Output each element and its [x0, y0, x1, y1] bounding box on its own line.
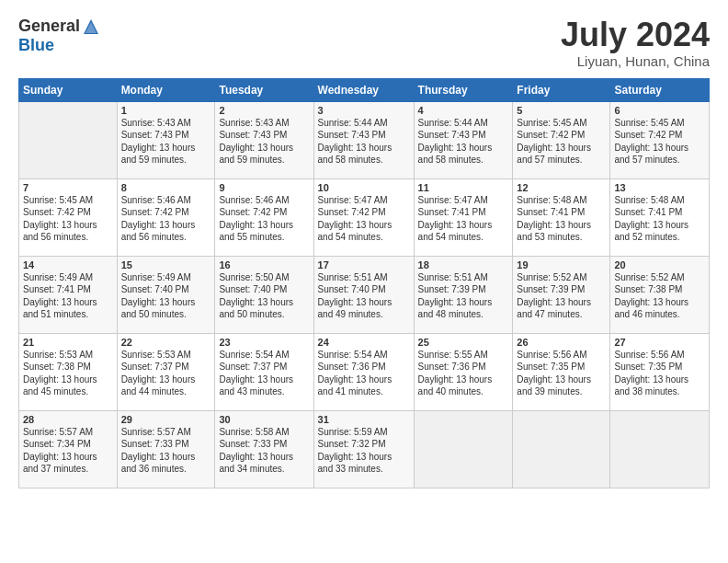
calendar-cell: 27Sunrise: 5:56 AM Sunset: 7:35 PM Dayli…	[610, 333, 710, 410]
calendar-cell: 13Sunrise: 5:48 AM Sunset: 7:41 PM Dayli…	[610, 178, 710, 256]
day-number: 31	[318, 414, 410, 425]
calendar-week-2: 7Sunrise: 5:45 AM Sunset: 7:42 PM Daylig…	[19, 178, 710, 256]
day-number: 7	[23, 182, 113, 193]
calendar-cell: 12Sunrise: 5:48 AM Sunset: 7:41 PM Dayli…	[513, 178, 610, 256]
day-info: Sunrise: 5:53 AM Sunset: 7:38 PM Dayligh…	[23, 349, 113, 398]
calendar-week-4: 21Sunrise: 5:53 AM Sunset: 7:38 PM Dayli…	[19, 333, 710, 410]
day-number: 16	[219, 259, 309, 270]
header: General Blue July 2024 Liyuan, Hunan, Ch…	[18, 17, 710, 69]
calendar-cell: 25Sunrise: 5:55 AM Sunset: 7:36 PM Dayli…	[414, 333, 513, 410]
day-info: Sunrise: 5:45 AM Sunset: 7:42 PM Dayligh…	[517, 117, 606, 167]
day-number: 28	[23, 414, 113, 425]
calendar-cell: 8Sunrise: 5:46 AM Sunset: 7:42 PM Daylig…	[117, 178, 215, 256]
day-info: Sunrise: 5:46 AM Sunset: 7:42 PM Dayligh…	[219, 194, 309, 244]
day-info: Sunrise: 5:52 AM Sunset: 7:38 PM Dayligh…	[614, 271, 705, 321]
calendar-cell	[513, 410, 610, 488]
day-info: Sunrise: 5:53 AM Sunset: 7:37 PM Dayligh…	[121, 349, 211, 398]
day-info: Sunrise: 5:55 AM Sunset: 7:36 PM Dayligh…	[418, 349, 509, 398]
logo-blue-text: Blue	[18, 36, 54, 55]
day-number: 23	[219, 337, 309, 348]
day-info: Sunrise: 5:58 AM Sunset: 7:33 PM Dayligh…	[219, 426, 309, 476]
day-info: Sunrise: 5:56 AM Sunset: 7:35 PM Dayligh…	[614, 349, 705, 398]
calendar-cell: 1Sunrise: 5:43 AM Sunset: 7:43 PM Daylig…	[117, 101, 215, 178]
day-number: 25	[418, 337, 509, 348]
calendar-cell: 23Sunrise: 5:54 AM Sunset: 7:37 PM Dayli…	[215, 333, 313, 410]
day-number: 8	[121, 182, 211, 193]
calendar-cell: 10Sunrise: 5:47 AM Sunset: 7:42 PM Dayli…	[313, 178, 414, 256]
calendar-week-3: 14Sunrise: 5:49 AM Sunset: 7:41 PM Dayli…	[19, 256, 710, 333]
calendar-cell: 18Sunrise: 5:51 AM Sunset: 7:39 PM Dayli…	[414, 256, 513, 333]
calendar-cell: 9Sunrise: 5:46 AM Sunset: 7:42 PM Daylig…	[215, 178, 313, 256]
calendar-cell: 29Sunrise: 5:57 AM Sunset: 7:33 PM Dayli…	[117, 410, 215, 488]
day-info: Sunrise: 5:51 AM Sunset: 7:40 PM Dayligh…	[318, 271, 410, 321]
calendar-cell: 2Sunrise: 5:43 AM Sunset: 7:43 PM Daylig…	[215, 101, 313, 178]
calendar-table: Sunday Monday Tuesday Wednesday Thursday…	[18, 78, 710, 488]
calendar-page: General Blue July 2024 Liyuan, Hunan, Ch…	[0, 0, 728, 563]
day-info: Sunrise: 5:57 AM Sunset: 7:33 PM Dayligh…	[121, 426, 211, 476]
day-info: Sunrise: 5:47 AM Sunset: 7:42 PM Dayligh…	[318, 194, 410, 244]
calendar-cell: 17Sunrise: 5:51 AM Sunset: 7:40 PM Dayli…	[313, 256, 414, 333]
calendar-cell: 7Sunrise: 5:45 AM Sunset: 7:42 PM Daylig…	[19, 178, 118, 256]
day-info: Sunrise: 5:44 AM Sunset: 7:43 PM Dayligh…	[318, 117, 410, 167]
day-info: Sunrise: 5:46 AM Sunset: 7:42 PM Dayligh…	[121, 194, 211, 244]
calendar-cell: 21Sunrise: 5:53 AM Sunset: 7:38 PM Dayli…	[19, 333, 118, 410]
day-number: 20	[614, 259, 705, 270]
day-info: Sunrise: 5:50 AM Sunset: 7:40 PM Dayligh…	[219, 271, 309, 321]
col-monday: Monday	[117, 78, 215, 101]
col-wednesday: Wednesday	[313, 78, 414, 101]
day-number: 26	[517, 337, 606, 348]
day-number: 4	[418, 105, 509, 116]
day-number: 29	[121, 414, 211, 425]
calendar-week-5: 28Sunrise: 5:57 AM Sunset: 7:34 PM Dayli…	[19, 410, 710, 488]
day-number: 3	[318, 105, 410, 116]
day-number: 24	[318, 337, 410, 348]
day-info: Sunrise: 5:51 AM Sunset: 7:39 PM Dayligh…	[418, 271, 509, 321]
day-info: Sunrise: 5:59 AM Sunset: 7:32 PM Dayligh…	[318, 426, 410, 476]
day-number: 12	[517, 182, 606, 193]
day-number: 10	[318, 182, 410, 193]
day-info: Sunrise: 5:52 AM Sunset: 7:39 PM Dayligh…	[517, 271, 606, 321]
calendar-cell: 3Sunrise: 5:44 AM Sunset: 7:43 PM Daylig…	[313, 101, 414, 178]
calendar-cell: 14Sunrise: 5:49 AM Sunset: 7:41 PM Dayli…	[19, 256, 118, 333]
day-number: 19	[517, 259, 606, 270]
col-tuesday: Tuesday	[215, 78, 313, 101]
location: Liyuan, Hunan, China	[561, 53, 710, 69]
day-number: 18	[418, 259, 509, 270]
calendar-cell: 20Sunrise: 5:52 AM Sunset: 7:38 PM Dayli…	[610, 256, 710, 333]
calendar-cell: 11Sunrise: 5:47 AM Sunset: 7:41 PM Dayli…	[414, 178, 513, 256]
calendar-cell: 19Sunrise: 5:52 AM Sunset: 7:39 PM Dayli…	[513, 256, 610, 333]
calendar-cell: 6Sunrise: 5:45 AM Sunset: 7:42 PM Daylig…	[610, 101, 710, 178]
day-info: Sunrise: 5:49 AM Sunset: 7:40 PM Dayligh…	[121, 271, 211, 321]
day-number: 27	[614, 337, 705, 348]
day-info: Sunrise: 5:54 AM Sunset: 7:36 PM Dayligh…	[318, 349, 410, 398]
day-info: Sunrise: 5:54 AM Sunset: 7:37 PM Dayligh…	[219, 349, 309, 398]
month-title: July 2024	[561, 17, 710, 53]
day-number: 30	[219, 414, 309, 425]
calendar-cell: 22Sunrise: 5:53 AM Sunset: 7:37 PM Dayli…	[117, 333, 215, 410]
calendar-cell: 26Sunrise: 5:56 AM Sunset: 7:35 PM Dayli…	[513, 333, 610, 410]
day-number: 21	[23, 337, 113, 348]
calendar-cell: 16Sunrise: 5:50 AM Sunset: 7:40 PM Dayli…	[215, 256, 313, 333]
calendar-cell	[19, 101, 118, 178]
title-block: July 2024 Liyuan, Hunan, China	[561, 17, 710, 69]
calendar-cell: 30Sunrise: 5:58 AM Sunset: 7:33 PM Dayli…	[215, 410, 313, 488]
day-info: Sunrise: 5:49 AM Sunset: 7:41 PM Dayligh…	[23, 271, 113, 321]
day-number: 1	[121, 105, 211, 116]
day-info: Sunrise: 5:43 AM Sunset: 7:43 PM Dayligh…	[121, 117, 211, 167]
calendar-week-1: 1Sunrise: 5:43 AM Sunset: 7:43 PM Daylig…	[19, 101, 710, 178]
day-info: Sunrise: 5:44 AM Sunset: 7:43 PM Dayligh…	[418, 117, 509, 167]
calendar-cell: 4Sunrise: 5:44 AM Sunset: 7:43 PM Daylig…	[414, 101, 513, 178]
day-info: Sunrise: 5:45 AM Sunset: 7:42 PM Dayligh…	[23, 194, 113, 244]
day-number: 22	[121, 337, 211, 348]
day-number: 6	[614, 105, 705, 116]
logo-icon	[82, 17, 100, 36]
calendar-cell: 28Sunrise: 5:57 AM Sunset: 7:34 PM Dayli…	[19, 410, 118, 488]
calendar-cell: 31Sunrise: 5:59 AM Sunset: 7:32 PM Dayli…	[313, 410, 414, 488]
calendar-cell	[610, 410, 710, 488]
day-info: Sunrise: 5:47 AM Sunset: 7:41 PM Dayligh…	[418, 194, 509, 244]
day-info: Sunrise: 5:56 AM Sunset: 7:35 PM Dayligh…	[517, 349, 606, 398]
day-info: Sunrise: 5:48 AM Sunset: 7:41 PM Dayligh…	[517, 194, 606, 244]
calendar-cell: 5Sunrise: 5:45 AM Sunset: 7:42 PM Daylig…	[513, 101, 610, 178]
day-number: 17	[318, 259, 410, 270]
day-info: Sunrise: 5:48 AM Sunset: 7:41 PM Dayligh…	[614, 194, 705, 244]
